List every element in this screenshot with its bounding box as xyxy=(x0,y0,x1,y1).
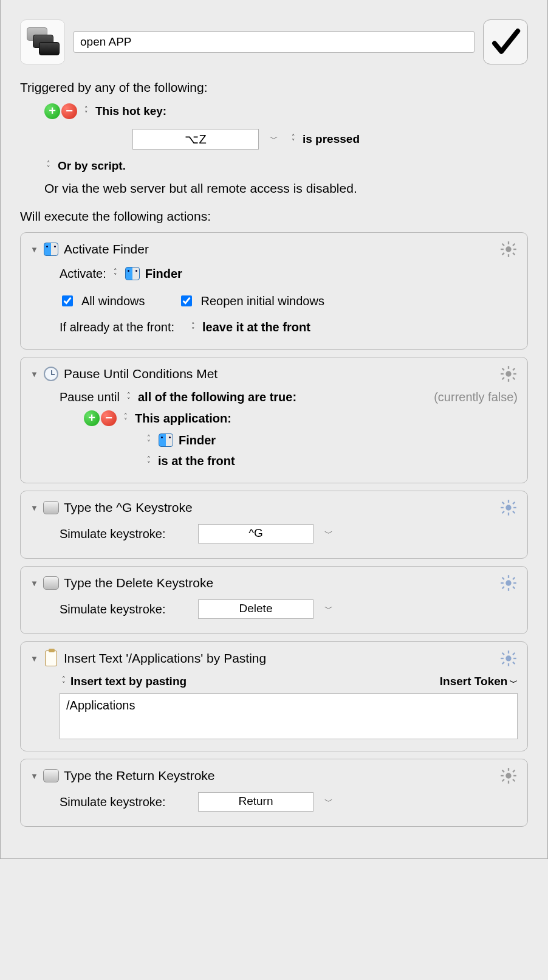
svg-rect-6 xyxy=(512,252,515,255)
pause-mode-stepper[interactable]: ˄˅ xyxy=(127,393,131,402)
clipboard-icon xyxy=(43,650,59,666)
gear-icon xyxy=(500,767,517,784)
svg-rect-17 xyxy=(512,368,515,371)
action-type-ctrl-g[interactable]: ▼ Type the ^G Keystroke Simulate keystro… xyxy=(20,491,528,559)
svg-rect-10 xyxy=(508,366,509,369)
svg-rect-33 xyxy=(512,586,515,589)
svg-rect-5 xyxy=(502,243,505,246)
action-activate-finder[interactable]: ▼ Activate Finder Activate: ˄˅ Finder xyxy=(20,232,528,350)
action-title: Pause Until Conditions Met xyxy=(64,367,217,381)
keystroke-field[interactable]: Delete xyxy=(198,599,313,619)
svg-rect-23 xyxy=(502,502,505,505)
key-icon xyxy=(43,575,59,591)
add-trigger-button[interactable]: + xyxy=(44,103,60,119)
or-script-label: Or by script. xyxy=(58,159,126,173)
disclosure-triangle-icon[interactable]: ▼ xyxy=(30,503,38,512)
action-title: Insert Text '/Applications' by Pasting xyxy=(64,651,266,666)
disclosure-triangle-icon[interactable]: ▼ xyxy=(30,579,38,588)
pause-mode-value: all of the following are true: xyxy=(138,390,296,404)
hotkey-state-stepper[interactable]: ˄˅ xyxy=(292,134,295,144)
svg-rect-47 xyxy=(508,781,509,784)
svg-rect-8 xyxy=(512,243,515,246)
action-settings-button[interactable] xyxy=(499,240,518,258)
add-condition-button[interactable]: + xyxy=(84,410,100,426)
action-pause-until[interactable]: ▼ Pause Until Conditions Met Pause until… xyxy=(20,357,528,483)
all-windows-checkbox[interactable]: All windows xyxy=(60,294,145,308)
svg-rect-41 xyxy=(502,652,505,655)
finder-icon xyxy=(158,432,174,448)
activate-app-stepper[interactable]: ˄˅ xyxy=(114,269,117,278)
svg-rect-46 xyxy=(508,768,509,771)
svg-rect-11 xyxy=(508,379,509,382)
trigger-type-stepper[interactable]: ˄˅ xyxy=(84,106,88,116)
svg-rect-21 xyxy=(501,507,504,508)
hotkey-more-button[interactable]: ﹀ xyxy=(270,134,278,145)
disclosure-triangle-icon[interactable]: ▼ xyxy=(30,771,38,781)
svg-rect-44 xyxy=(512,652,515,655)
trigger-hotkey-label: This hot key: xyxy=(95,105,166,118)
svg-rect-29 xyxy=(508,588,509,591)
disclosure-triangle-icon[interactable]: ▼ xyxy=(30,654,38,663)
macro-title-input[interactable] xyxy=(74,31,474,53)
gear-icon xyxy=(500,365,517,382)
keystroke-more-button[interactable]: ﹀ xyxy=(324,604,333,615)
condition-state-stepper[interactable]: ˄˅ xyxy=(147,457,151,466)
gear-icon xyxy=(500,650,517,667)
action-settings-button[interactable] xyxy=(499,649,518,668)
condition-type-stepper[interactable]: ˄˅ xyxy=(124,413,128,423)
remove-condition-button[interactable]: − xyxy=(101,410,117,426)
insert-method-stepper[interactable]: ˄˅ xyxy=(62,677,66,686)
gear-icon xyxy=(500,499,517,516)
simulate-keystroke-label: Simulate keystroke: xyxy=(60,527,193,541)
if-front-stepper[interactable]: ˄˅ xyxy=(191,323,195,333)
svg-rect-14 xyxy=(502,368,505,371)
disclosure-triangle-icon[interactable]: ▼ xyxy=(30,370,38,379)
action-type-return[interactable]: ▼ Type the Return Keystroke Simulate key… xyxy=(20,759,528,827)
action-insert-text[interactable]: ▼ Insert Text '/Applications' by Pasting… xyxy=(20,641,528,751)
insert-token-button[interactable]: Insert Token ﹀ xyxy=(440,675,518,688)
svg-rect-37 xyxy=(508,650,509,654)
keystroke-field[interactable]: Return xyxy=(198,792,313,812)
disclosure-triangle-icon[interactable]: ▼ xyxy=(30,245,38,254)
svg-rect-25 xyxy=(502,511,505,514)
svg-point-36 xyxy=(505,655,511,661)
svg-rect-52 xyxy=(502,779,505,782)
svg-rect-2 xyxy=(508,254,509,257)
pause-until-label: Pause until xyxy=(60,390,120,404)
checkmark-icon xyxy=(489,26,522,58)
condition-app-stepper[interactable]: ˄˅ xyxy=(147,435,151,445)
action-settings-button[interactable] xyxy=(499,767,518,785)
condition-app-name: Finder xyxy=(179,433,216,447)
or-script-stepper[interactable]: ˄˅ xyxy=(47,161,50,171)
activate-app-name: Finder xyxy=(145,267,182,281)
svg-rect-1 xyxy=(508,241,509,244)
action-type-delete[interactable]: ▼ Type the Delete Keystroke Simulate key… xyxy=(20,566,528,634)
action-settings-button[interactable] xyxy=(499,499,518,517)
svg-rect-48 xyxy=(501,775,504,776)
macro-icon[interactable] xyxy=(20,19,65,64)
action-title: Type the Return Keystroke xyxy=(64,768,215,783)
action-settings-button[interactable] xyxy=(499,365,518,383)
macro-header xyxy=(20,19,528,64)
hotkey-field[interactable]: ⌥Z xyxy=(132,129,259,150)
svg-point-18 xyxy=(505,505,511,510)
key-icon xyxy=(43,768,59,784)
svg-point-27 xyxy=(505,580,511,585)
action-title: Type the ^G Keystroke xyxy=(64,500,193,515)
action-settings-button[interactable] xyxy=(499,574,518,592)
svg-rect-34 xyxy=(502,586,505,589)
reopen-windows-checkbox[interactable]: Reopen initial windows xyxy=(179,294,324,308)
keystroke-more-button[interactable]: ﹀ xyxy=(324,528,333,539)
simulate-keystroke-label: Simulate keystroke: xyxy=(60,602,193,616)
action-title: Type the Delete Keystroke xyxy=(64,576,213,590)
condition-state-value: is at the front xyxy=(158,454,235,468)
gear-icon xyxy=(500,241,517,258)
svg-rect-19 xyxy=(508,500,509,503)
keystroke-field[interactable]: ^G xyxy=(198,524,313,543)
clock-icon xyxy=(43,366,59,382)
macro-enabled-toggle[interactable] xyxy=(483,19,528,64)
remove-trigger-button[interactable]: − xyxy=(61,103,77,119)
svg-rect-20 xyxy=(508,512,509,516)
keystroke-more-button[interactable]: ﹀ xyxy=(324,796,333,807)
insert-text-field[interactable] xyxy=(60,693,518,739)
